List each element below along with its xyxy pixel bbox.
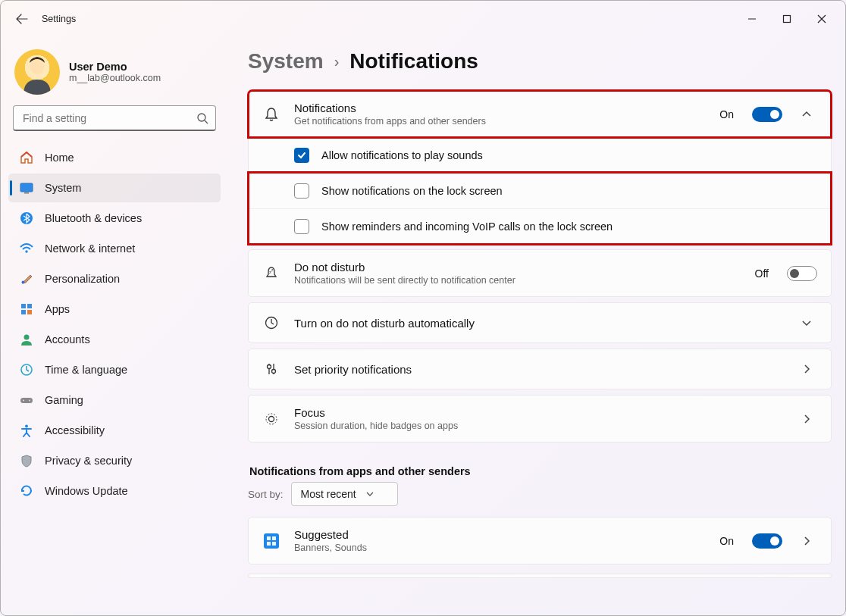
nav-label: Privacy & security bbox=[45, 455, 132, 467]
notifications-header-row[interactable]: Notifications Get notifications from app… bbox=[249, 91, 831, 137]
apps-icon bbox=[19, 302, 34, 317]
allow-sounds-checkbox[interactable] bbox=[294, 148, 309, 163]
search-input[interactable] bbox=[13, 105, 216, 131]
window-controls bbox=[735, 7, 839, 31]
system-icon bbox=[19, 180, 34, 195]
svg-rect-29 bbox=[267, 536, 271, 540]
dnd-toggle[interactable] bbox=[787, 266, 817, 281]
svg-rect-13 bbox=[21, 310, 26, 314]
svg-point-4 bbox=[198, 114, 205, 121]
chevron-right-icon: › bbox=[334, 53, 340, 70]
collapse-button[interactable] bbox=[796, 109, 817, 120]
auto-dnd-card[interactable]: Turn on do not disturb automatically bbox=[248, 302, 832, 343]
priority-card[interactable]: Set priority notifications bbox=[248, 349, 832, 389]
svg-rect-1 bbox=[784, 16, 791, 23]
check-icon bbox=[296, 150, 307, 161]
nav-item-personalization[interactable]: Personalization bbox=[8, 264, 221, 293]
focus-title: Focus bbox=[294, 406, 782, 419]
back-button[interactable] bbox=[7, 4, 37, 34]
user-name: User Demo bbox=[69, 61, 161, 73]
notifications-subtitle: Get notifications from apps and other se… bbox=[294, 116, 706, 127]
svg-rect-12 bbox=[27, 304, 32, 308]
nav-item-update[interactable]: Windows Update bbox=[8, 477, 221, 505]
arrow-left-icon bbox=[16, 13, 28, 25]
svg-point-25 bbox=[272, 370, 276, 374]
nav-list: Home System Bluetooth & devices Network … bbox=[8, 143, 221, 505]
nav-label: Bluetooth & devices bbox=[45, 212, 142, 224]
user-email: m__lab@outlook.com bbox=[69, 73, 161, 83]
suggested-subtitle: Banners, Sounds bbox=[294, 543, 706, 553]
navigate-button[interactable] bbox=[796, 414, 817, 424]
focus-card[interactable]: Focus Session duration, hide badges on a… bbox=[248, 395, 832, 442]
chevron-down-icon bbox=[801, 317, 812, 328]
lock-screen-row[interactable]: Show notifications on the lock screen bbox=[249, 173, 831, 208]
auto-dnd-title: Turn on do not disturb automatically bbox=[294, 317, 782, 330]
nav-item-home[interactable]: Home bbox=[8, 143, 221, 172]
senders-section-header: Notifications from apps and other sender… bbox=[249, 465, 832, 477]
suggested-app-icon bbox=[262, 532, 280, 550]
search-button[interactable] bbox=[193, 109, 212, 127]
avatar bbox=[14, 49, 60, 95]
title-bar: Settings bbox=[1, 1, 845, 37]
notifications-state: On bbox=[719, 108, 734, 120]
breadcrumb: System › Notifications bbox=[248, 49, 832, 73]
notifications-card: Notifications Get notifications from app… bbox=[248, 90, 832, 245]
svg-rect-31 bbox=[267, 542, 271, 546]
priority-title: Set priority notifications bbox=[294, 363, 782, 376]
maximize-button[interactable] bbox=[769, 7, 804, 31]
nav-item-time-language[interactable]: Time & language bbox=[8, 355, 221, 384]
svg-point-26 bbox=[266, 414, 277, 424]
nav-label: Personalization bbox=[45, 273, 120, 285]
nav-item-accounts[interactable]: Accounts bbox=[8, 325, 221, 354]
nav-item-accessibility[interactable]: Accessibility bbox=[8, 416, 221, 445]
chevron-right-icon bbox=[801, 536, 812, 546]
notifications-toggle[interactable] bbox=[752, 107, 782, 122]
sort-label: Sort by: bbox=[248, 489, 284, 500]
svg-rect-11 bbox=[21, 304, 26, 308]
expand-button[interactable] bbox=[796, 317, 817, 328]
suggested-sender-card[interactable]: Suggested Banners, Sounds On bbox=[248, 517, 832, 564]
svg-rect-6 bbox=[20, 183, 33, 192]
chevron-right-icon bbox=[801, 364, 812, 374]
svg-point-20 bbox=[25, 425, 28, 428]
nav-item-system[interactable]: System bbox=[8, 174, 221, 202]
svg-line-5 bbox=[205, 120, 208, 124]
sort-select[interactable]: Most recent bbox=[291, 482, 398, 506]
close-button[interactable] bbox=[804, 7, 839, 31]
user-profile[interactable]: User Demo m__lab@outlook.com bbox=[8, 45, 221, 105]
app-title: Settings bbox=[42, 14, 76, 24]
sort-row: Sort by: Most recent bbox=[248, 482, 832, 506]
breadcrumb-parent[interactable]: System bbox=[248, 49, 324, 73]
nav-label: Accounts bbox=[45, 333, 90, 346]
dnd-subtitle: Notifications will be sent directly to n… bbox=[294, 275, 741, 286]
suggested-state: On bbox=[719, 535, 734, 547]
nav-item-bluetooth[interactable]: Bluetooth & devices bbox=[8, 204, 221, 233]
svg-point-9 bbox=[25, 250, 27, 252]
suggested-title: Suggested bbox=[294, 528, 706, 541]
nav-item-gaming[interactable]: Gaming bbox=[8, 386, 221, 414]
svg-point-27 bbox=[269, 416, 274, 421]
allow-sounds-row[interactable]: Allow notifications to play sounds bbox=[249, 137, 831, 173]
minimize-button[interactable] bbox=[735, 7, 769, 31]
svg-point-10 bbox=[22, 281, 25, 284]
nav-item-privacy[interactable]: Privacy & security bbox=[8, 446, 221, 475]
navigate-button[interactable] bbox=[796, 536, 817, 546]
voip-lock-checkbox[interactable] bbox=[294, 219, 309, 234]
dnd-card[interactable]: zz Do not disturb Notifications will be … bbox=[248, 249, 832, 297]
nav-item-network[interactable]: Network & internet bbox=[8, 234, 221, 263]
wifi-icon bbox=[19, 241, 34, 256]
nav-item-apps[interactable]: Apps bbox=[8, 295, 221, 324]
lock-screen-checkbox[interactable] bbox=[294, 183, 309, 199]
voip-lock-row[interactable]: Show reminders and incoming VoIP calls o… bbox=[249, 208, 831, 244]
focus-icon bbox=[262, 410, 280, 428]
svg-point-15 bbox=[24, 335, 30, 340]
suggested-toggle[interactable] bbox=[752, 533, 782, 549]
voip-lock-label: Show reminders and incoming VoIP calls o… bbox=[321, 220, 613, 233]
gamepad-icon bbox=[19, 392, 34, 408]
breadcrumb-current: Notifications bbox=[349, 49, 478, 73]
svg-point-3 bbox=[30, 61, 44, 74]
dnd-state: Off bbox=[755, 267, 769, 280]
update-icon bbox=[19, 483, 34, 499]
svg-rect-28 bbox=[264, 533, 279, 549]
navigate-button[interactable] bbox=[796, 364, 817, 374]
